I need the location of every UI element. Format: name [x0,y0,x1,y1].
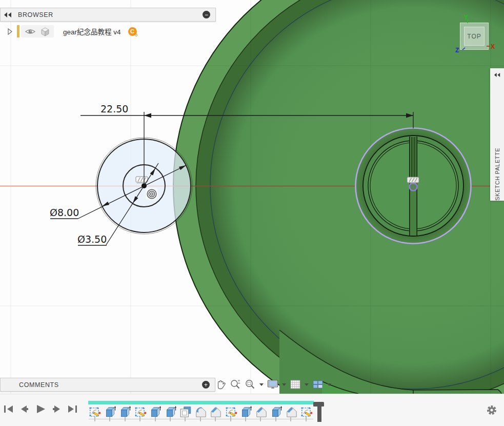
grid-and-snaps-icon[interactable] [289,378,302,391]
add-comment-button[interactable]: + [202,381,210,389]
badge-dot [135,34,137,36]
timeline-playhead-handle[interactable] [313,402,324,406]
sketch-palette-panel[interactable]: SKETCH PALETTE [490,68,504,201]
browser-panel-header[interactable]: BROWSER − [0,8,216,22]
pan-icon[interactable] [214,378,227,391]
viewports-caret[interactable] [327,383,331,386]
expand-arrow-icon[interactable] [7,28,13,35]
cloud-status-badge[interactable]: C [128,27,137,36]
concentric-constraint-icon[interactable] [146,188,158,200]
component-icon [40,26,50,36]
display-settings-icon[interactable] [266,378,279,391]
sketch-palette-title: SKETCH PALETTE [494,143,500,201]
display-settings-caret[interactable] [282,383,286,386]
timeline-marker-bar[interactable] [88,401,314,404]
fit-dropdown-caret[interactable] [259,383,264,386]
browser-panel-title: BROWSER [18,11,53,18]
collapse-left-icon[interactable] [4,12,12,18]
timeline-playback-controls [3,403,78,415]
timeline-bar [0,394,504,426]
badge-letter: C [130,28,134,34]
visibility-eye-icon[interactable] [25,28,36,35]
dim-outer-diameter-label[interactable]: Ø8.00 [50,207,79,218]
hub-circle[interactable] [355,128,471,244]
viewcube-axes [454,12,504,56]
dim-distance-label[interactable]: 22.50 [100,103,128,114]
minimize-panel-button[interactable]: − [203,11,210,18]
timeline-playhead[interactable] [317,406,321,422]
item-icon-group [21,25,54,37]
component-name-label[interactable]: gear紀念品教程 v4 [63,26,121,36]
comments-panel-title: COMMENTS [19,381,59,389]
zoom-icon[interactable]: + [229,378,242,391]
navigation-toolbar: + [214,377,332,392]
browser-tree-root-item[interactable]: gear紀念品教程 v4 C [7,25,137,38]
model-canvas[interactable]: 22.50 Ø8.00 Ø3.50 [0,0,504,394]
step-back-button[interactable] [19,403,30,415]
grid-and-snaps-caret[interactable] [305,383,309,386]
step-forward-button[interactable] [51,403,62,415]
skip-to-start-button[interactable] [3,403,14,415]
fit-icon[interactable] [244,378,257,391]
selection-indicator-bar [17,25,19,37]
timeline-ticks [88,417,314,421]
viewports-icon[interactable] [311,378,325,391]
comments-panel-header[interactable]: COMMENTS + [0,378,215,392]
skip-to-end-button[interactable] [67,403,78,415]
play-button[interactable] [35,403,46,415]
dim-inner-diameter-label[interactable]: Ø3.50 [77,234,107,245]
collapse-left-icon[interactable] [494,72,500,78]
hub-center-point[interactable] [410,183,417,191]
settings-gear-icon[interactable] [486,404,497,416]
fixed-constraint-icon[interactable] [407,177,419,184]
svg-text:+: + [237,379,240,383]
fusion-window: 22.50 Ø8.00 Ø3.50 BROWSER − [0,0,504,426]
